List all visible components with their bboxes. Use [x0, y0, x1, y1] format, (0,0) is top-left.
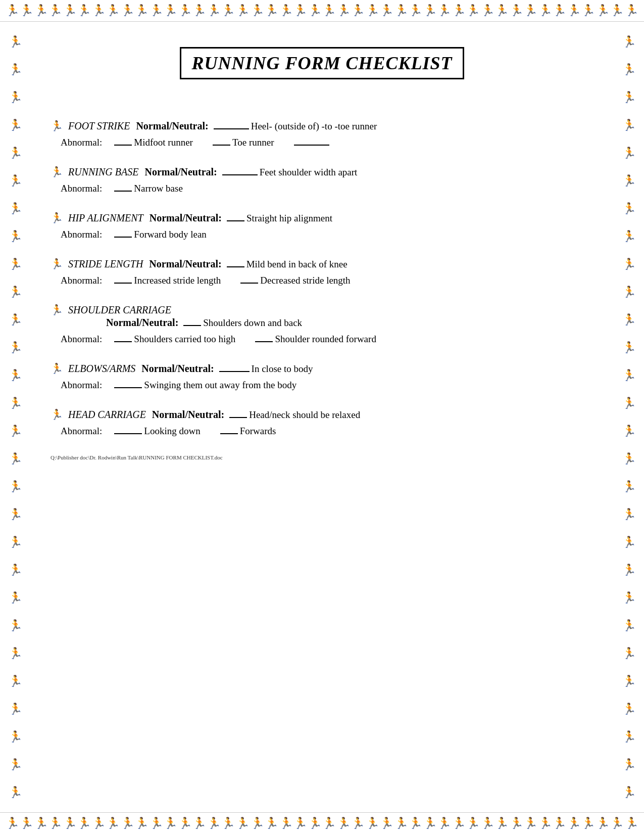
- head-carriage-normal-line: 🏃 HEAD CARRIAGE Normal/Neutral: Head/nec…: [51, 408, 593, 421]
- border-runner-icon: 🏃: [164, 817, 177, 830]
- section-foot-strike: 🏃 FOOT STRIKE Normal/Neutral: Heel- (out…: [51, 120, 593, 148]
- foot-strike-midfoot: Midfoot runner: [134, 137, 193, 148]
- side-runner-icon: 🏃: [622, 147, 636, 160]
- border-runner-icon: 🏃: [207, 817, 221, 830]
- side-runner-icon: 🏃: [622, 286, 636, 299]
- border-runner-icon: 🏃: [625, 817, 638, 830]
- foot-strike-blank: [214, 128, 249, 129]
- border-runner-icon: 🏃: [236, 4, 250, 17]
- side-runner-icon: 🏃: [622, 174, 636, 188]
- stride-length-decreased: Decreased stride length: [260, 275, 350, 286]
- blank: [114, 190, 132, 192]
- foot-strike-toe: Toe runner: [232, 137, 274, 148]
- border-runner-icon: 🏃: [150, 4, 163, 17]
- border-runner-icon: 🏃: [466, 817, 480, 830]
- foot-strike-normal-text: Heel- (outside of) -to -toe runner: [251, 121, 377, 132]
- border-runner-icon: 🏃: [567, 4, 581, 17]
- border-runner-icon: 🏃: [221, 4, 235, 17]
- border-runner-icon: 🏃: [265, 4, 278, 17]
- running-base-normal-label: Normal/Neutral:: [144, 166, 217, 178]
- border-runner-icon: 🏃: [409, 4, 422, 17]
- border-runner-icon: 🏃: [524, 817, 537, 830]
- foot-strike-abnormal-3: [292, 144, 331, 146]
- border-runner-icon: 🏃: [437, 817, 451, 830]
- border-runner-icon: 🏃: [409, 817, 422, 830]
- border-runner-icon: 🏃: [63, 817, 77, 830]
- stride-length-abnormal-label: Abnormal:: [61, 275, 102, 286]
- border-runner-icon: 🏃: [596, 817, 610, 830]
- side-runner-icon: 🏃: [622, 619, 636, 632]
- section-shoulder-carriage: 🏃 SHOULDER CARRIAGE Normal/Neutral: Shou…: [51, 304, 593, 345]
- shoulder-carriage-icon: 🏃: [51, 304, 63, 316]
- border-runner-icon: 🏃: [423, 4, 437, 17]
- border-runner-icon: 🏃: [452, 4, 466, 17]
- side-runner-icon: 🏃: [9, 91, 22, 104]
- running-base-blank: [222, 174, 258, 175]
- foot-strike-abnormal-line: Abnormal: Midfoot runner Toe runner: [61, 137, 593, 148]
- shoulder-carriage-normal-text: Shoulders down and back: [203, 317, 302, 329]
- side-runner-icon: 🏃: [622, 786, 636, 799]
- side-runner-icon: 🏃: [622, 675, 636, 688]
- side-runner-icon: 🏃: [622, 536, 636, 549]
- shoulder-carriage-title: SHOULDER CARRIAGE: [68, 304, 171, 316]
- border-runner-icon: 🏃: [178, 4, 192, 17]
- head-carriage-title: HEAD CARRIAGE: [68, 409, 146, 421]
- side-runner-icon: 🏃: [9, 397, 22, 410]
- border-runner-icon: 🏃: [538, 4, 552, 17]
- running-base-abnormal-label: Abnormal:: [61, 183, 102, 194]
- side-runner-icon: 🏃: [9, 35, 22, 49]
- border-runner-icon: 🏃: [337, 4, 351, 17]
- hip-alignment-forward: Forward body lean: [134, 229, 207, 240]
- side-runner-icon: 🏃: [9, 119, 22, 132]
- side-runner-icon: 🏃: [9, 480, 22, 493]
- border-runner-icon: 🏃: [452, 817, 466, 830]
- hip-alignment-icon: 🏃: [51, 212, 63, 224]
- stride-length-title: STRIDE LENGTH: [68, 258, 143, 270]
- border-runner-icon: 🏃: [380, 817, 393, 830]
- side-runner-icon: 🏃: [9, 675, 22, 688]
- section-running-base: 🏃 RUNNING BASE Normal/Neutral: Feet shou…: [51, 166, 593, 194]
- top-border: 🏃 🏃 🏃 🏃 🏃 🏃 🏃 🏃 🏃 🏃 🏃 🏃 🏃 🏃 🏃 🏃 🏃 🏃 🏃 🏃 …: [0, 0, 644, 22]
- side-runner-icon: 🏃: [622, 341, 636, 354]
- side-runner-icon: 🏃: [9, 313, 22, 327]
- running-base-normal-line: 🏃 RUNNING BASE Normal/Neutral: Feet shou…: [51, 166, 593, 178]
- border-runner-icon: 🏃: [279, 4, 293, 17]
- border-runner-icon: 🏃: [495, 817, 509, 830]
- border-runner-icon: 🏃: [581, 817, 595, 830]
- blank: [114, 341, 132, 342]
- border-runner-icon: 🏃: [293, 4, 307, 17]
- border-runner-icon: 🏃: [610, 4, 624, 17]
- border-runner-icon: 🏃: [366, 4, 379, 17]
- side-runner-icon: 🏃: [9, 619, 22, 632]
- border-runner-icon: 🏃: [322, 817, 336, 830]
- shoulder-carriage-abnormal-1: Shoulders carried too high: [112, 334, 235, 345]
- border-runner-icon: 🏃: [20, 817, 33, 830]
- border-runner-icon: 🏃: [207, 4, 221, 17]
- side-runner-icon: 🏃: [622, 91, 636, 104]
- border-runner-icon: 🏃: [423, 817, 437, 830]
- border-runner-icon: 🏃: [524, 4, 537, 17]
- side-runner-icon: 🏃: [622, 258, 636, 271]
- head-carriage-normal-text: Head/neck should be relaxed: [249, 409, 360, 421]
- border-runner-icon: 🏃: [481, 817, 494, 830]
- foot-strike-abnormal-1: Midfoot runner: [112, 137, 193, 148]
- hip-alignment-abnormal-label: Abnormal:: [61, 229, 102, 240]
- hip-alignment-normal-text: Straight hip alignment: [246, 213, 332, 224]
- stride-length-icon: 🏃: [51, 258, 63, 270]
- shoulder-carriage-blank: [183, 325, 201, 326]
- side-runner-icon: 🏃: [622, 647, 636, 660]
- right-border: 🏃 🏃 🏃 🏃 🏃 🏃 🏃 🏃 🏃 🏃 🏃 🏃 🏃 🏃 🏃 🏃 🏃 🏃 🏃 🏃 …: [619, 28, 639, 806]
- border-runner-icon: 🏃: [251, 817, 264, 830]
- side-runner-icon: 🏃: [622, 730, 636, 744]
- stride-length-blank: [227, 266, 244, 267]
- blank: [294, 144, 329, 146]
- border-runner-icon: 🏃: [308, 4, 322, 17]
- border-runner-icon: 🏃: [77, 4, 91, 17]
- side-runner-icon: 🏃: [9, 786, 22, 799]
- border-runner-icon: 🏃: [92, 817, 106, 830]
- stride-length-normal-text: Mild bend in back of knee: [246, 259, 348, 270]
- border-runner-icon: 🏃: [20, 4, 33, 17]
- side-runner-icon: 🏃: [9, 536, 22, 549]
- border-runner-icon: 🏃: [48, 817, 62, 830]
- border-runner-icon: 🏃: [77, 817, 91, 830]
